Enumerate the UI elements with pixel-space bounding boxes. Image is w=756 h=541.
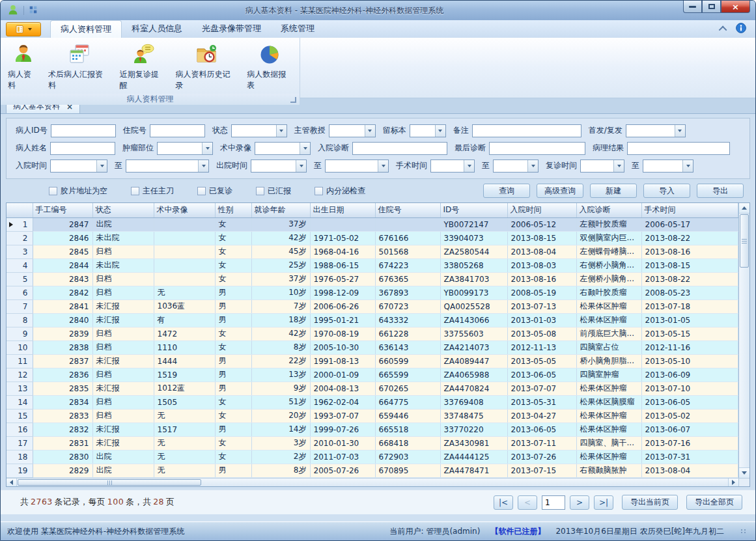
combo-dropdown-button[interactable]	[527, 160, 538, 172]
table-cell[interactable]: 2847	[33, 217, 92, 231]
prev-page-button[interactable]: <	[518, 495, 537, 510]
table-cell[interactable]: 左侧桥小脑角...	[576, 272, 641, 286]
filter-combo[interactable]	[50, 160, 107, 173]
table-row[interactable]: 32845归档女45岁1968-04-16501568ZA25805442013…	[7, 245, 738, 258]
combo-value[interactable]	[126, 160, 198, 172]
table-cell[interactable]: 2012-11-16	[641, 340, 738, 354]
table-cell[interactable]: QA0025528	[440, 299, 507, 313]
table-cell[interactable]: ZA4478471	[440, 464, 507, 477]
checkbox-item-2[interactable]: 主任主刀	[131, 186, 174, 197]
table-cell[interactable]	[154, 272, 215, 286]
table-cell[interactable]: 2836	[33, 368, 92, 381]
table-cell[interactable]: 661228	[375, 327, 440, 340]
table-cell[interactable]: 2838	[33, 340, 92, 354]
table-cell[interactable]: 1472	[154, 327, 215, 340]
table-cell[interactable]: 1999-07-26	[310, 423, 375, 436]
column-header[interactable]: 就诊年龄	[251, 203, 310, 217]
table-cell[interactable]	[310, 217, 375, 231]
table-cell[interactable]: 10岁	[251, 286, 310, 299]
table-cell[interactable]: 2012-11-13	[507, 340, 576, 354]
table-cell[interactable]: 1995-01-21	[310, 313, 375, 327]
table-cell[interactable]: 2829	[33, 464, 92, 477]
table-cell[interactable]: 45岁	[251, 245, 310, 258]
table-cell[interactable]: 2842	[33, 286, 92, 299]
table-cell[interactable]: 松果体区肿瘤	[576, 313, 641, 327]
table-cell[interactable]: 7岁	[251, 299, 310, 313]
column-header[interactable]: 性别	[215, 203, 251, 217]
table-row[interactable]: 142834归档1505女51岁1962-02-0466477533769408…	[7, 395, 738, 409]
combo-value[interactable]	[329, 125, 365, 137]
table-cell[interactable]: 2846	[33, 231, 92, 245]
row-number-cell[interactable]: 15	[7, 409, 33, 423]
table-cell[interactable]: 归档	[92, 245, 154, 258]
combo-value[interactable]	[643, 160, 682, 172]
vertical-scroll-thumb[interactable]	[740, 214, 749, 268]
table-cell[interactable]	[154, 245, 215, 258]
table-cell[interactable]: 33904073	[440, 231, 507, 245]
table-cell[interactable]: 501568	[375, 245, 440, 258]
table-cell[interactable]: 男	[215, 354, 251, 368]
table-cell[interactable]: 2013-06-05	[507, 368, 576, 381]
horizontal-scroll-track[interactable]	[202, 479, 728, 486]
row-number-cell[interactable]: 11	[7, 354, 33, 368]
table-cell[interactable]: 2006-05-17	[641, 217, 738, 231]
combo-value[interactable]	[431, 160, 464, 172]
combo-dropdown-button[interactable]	[300, 143, 310, 154]
table-cell[interactable]: 674223	[375, 258, 440, 272]
table-row[interactable]: 192829出院无男8岁2005-07-26670895ZA4478471201…	[7, 464, 738, 477]
table-cell[interactable]: 2000-01-09	[310, 368, 375, 381]
table-cell[interactable]: 女	[215, 327, 251, 340]
table-cell[interactable]: 2006-05-12	[507, 217, 576, 231]
table-cell[interactable]: 2013-05-05	[507, 354, 576, 368]
table-cell[interactable]: 676365	[375, 272, 440, 286]
table-cell[interactable]: YB0099173	[440, 286, 507, 299]
filter-combo[interactable]	[410, 124, 446, 137]
table-cell[interactable]: 2830	[33, 450, 92, 464]
column-header[interactable]: 术中录像	[154, 203, 215, 217]
combo-value[interactable]	[232, 125, 276, 137]
table-cell[interactable]: 松果体区肿瘤	[576, 423, 641, 436]
combo-dropdown-button[interactable]	[276, 125, 287, 137]
table-cell[interactable]: ZA4214073	[440, 340, 507, 354]
combo-value[interactable]	[51, 160, 96, 172]
table-cell[interactable]: 2006-06-26	[310, 299, 375, 313]
table-cell[interactable]: 2008-05-23	[641, 286, 738, 299]
ribbon-button-3[interactable]: 近期复诊提醒	[115, 40, 171, 94]
table-cell[interactable]: 松果体区肿瘤	[576, 381, 641, 395]
table-cell[interactable]: 1993-07-07	[310, 409, 375, 423]
scroll-right-button[interactable]	[728, 479, 738, 486]
table-cell[interactable]: 20岁	[251, 409, 310, 423]
table-cell[interactable]: 33755603	[440, 327, 507, 340]
checkbox-item-1[interactable]: 胶片地址为空	[49, 186, 107, 197]
table-cell[interactable]: 2004-08-13	[310, 381, 375, 395]
checkbox-item-5[interactable]: 内分泌检查	[315, 186, 365, 197]
table-cell[interactable]: 男	[215, 286, 251, 299]
table-cell[interactable]: 676166	[375, 231, 440, 245]
table-cell[interactable]: 2013-05-15	[641, 327, 738, 340]
table-cell[interactable]: 2013-01-03	[507, 313, 576, 327]
table-row[interactable]: 132835未汇报1012蓝男9岁2004-08-13670265ZA44708…	[7, 381, 738, 395]
table-cell[interactable]: 14岁	[251, 423, 310, 436]
horizontal-scroll-thumb[interactable]	[18, 479, 201, 486]
table-cell[interactable]: 2837	[33, 354, 92, 368]
row-number-cell[interactable]: 19	[7, 464, 33, 477]
table-cell[interactable]: 2013-05-08	[507, 327, 576, 340]
table-cell[interactable]: 女	[215, 258, 251, 272]
filter-text-input[interactable]	[472, 124, 581, 137]
filter-text-input[interactable]	[489, 142, 585, 155]
checkbox-icon[interactable]	[197, 187, 206, 195]
table-cell[interactable]: 2013-05-10	[641, 354, 738, 368]
table-cell[interactable]: 双侧脑室内巨...	[576, 231, 641, 245]
row-number-cell[interactable]: 8	[7, 313, 33, 327]
row-number-cell[interactable]: 10	[7, 340, 33, 354]
combo-value[interactable]	[626, 125, 675, 137]
combo-dropdown-button[interactable]	[365, 125, 375, 137]
filter-combo[interactable]	[580, 160, 624, 173]
table-cell[interactable]: 1976-05-27	[310, 272, 375, 286]
checkbox-icon[interactable]	[49, 187, 57, 195]
scroll-left-button[interactable]	[7, 479, 17, 486]
table-cell[interactable]: 9岁	[251, 381, 310, 395]
table-cell[interactable]: 未汇报	[92, 436, 154, 450]
table-row[interactable]: 12847出院女37岁YB00721472006-05-12左额叶胶质瘤2006…	[7, 217, 738, 231]
table-cell[interactable]: 665518	[375, 423, 440, 436]
